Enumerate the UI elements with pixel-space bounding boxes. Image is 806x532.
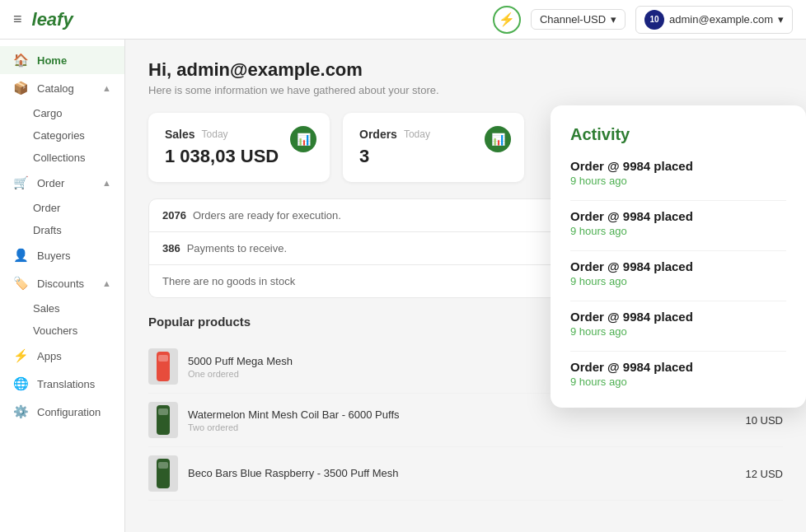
product-price: 12 USD (745, 468, 783, 480)
activity-order-4: Order @ 9984 placed (570, 360, 786, 374)
sidebar-item-apps[interactable]: ⚡ Apps (0, 342, 124, 370)
product-info: Beco Bars Blue Raspberry - 3500 Puff Mes… (188, 467, 735, 481)
topnav-right: ⚡ Channel-USD ▾ 10 admin@example.com ▾ (493, 6, 793, 34)
activity-title: Activity (570, 125, 786, 144)
channel-label: Channel-USD (540, 13, 606, 26)
activity-order-0: Order @ 9984 placed (570, 159, 786, 173)
product-thumbnail (148, 455, 178, 492)
product-thumbnail (148, 402, 178, 438)
chart-bar-icon: 📊 (297, 133, 311, 146)
sales-value: 1 038,03 USD (165, 146, 313, 167)
sidebar-item-vouchers[interactable]: Vouchers (33, 320, 124, 342)
alert-text-payments: Payments to receive. (187, 242, 287, 254)
sidebar-sub-order: Order Drafts (0, 197, 124, 241)
sidebar-item-home[interactable]: 🏠 Home (0, 46, 124, 74)
divider (570, 250, 786, 251)
activity-time-0: 9 hours ago (570, 175, 786, 187)
product-thumbnail (148, 348, 178, 385)
activity-order-2: Order @ 9984 placed (570, 259, 786, 273)
orders-stat-card: Orders Today 📊 3 (343, 113, 524, 182)
activity-order-1: Order @ 9984 placed (570, 209, 786, 223)
sidebar-item-categories[interactable]: Categories (33, 124, 124, 147)
channel-chevron-icon: ▾ (611, 13, 616, 26)
sidebar-label-categories: Categories (33, 129, 85, 142)
sidebar-item-discounts[interactable]: 🏷️ Discounts ▲ (0, 269, 124, 297)
admin-email: admin@example.com (669, 13, 773, 26)
logo: leafy (32, 9, 73, 30)
sidebar-label-sales: Sales (33, 302, 60, 315)
orders-chart-button[interactable]: 📊 (485, 126, 511, 152)
orders-period: Today (404, 128, 430, 140)
discounts-icon: 🏷️ (13, 276, 29, 291)
sidebar-item-collections[interactable]: Collections (33, 147, 124, 169)
sidebar-item-order-sub[interactable]: Order (33, 197, 124, 219)
sidebar: 🏠 Home 📦 Catalog ▲ Cargo Categories Coll… (0, 40, 125, 532)
chart-bar-icon-orders: 📊 (491, 133, 505, 146)
page-subtitle: Here is some information we have gathere… (148, 84, 783, 96)
sidebar-label-collections: Collections (33, 152, 86, 164)
alert-text-orders: Orders are ready for execution. (193, 209, 341, 222)
sidebar-item-cargo[interactable]: Cargo (33, 102, 124, 124)
activity-time-2: 9 hours ago (570, 275, 786, 287)
sidebar-label-configuration: Configuration (37, 406, 101, 418)
sidebar-label-catalog: Catalog (37, 82, 74, 95)
sidebar-label-order-sub: Order (33, 202, 60, 214)
activity-time-1: 9 hours ago (570, 225, 786, 237)
orders-value: 3 (359, 146, 508, 167)
sidebar-label-cargo: Cargo (33, 107, 62, 119)
configuration-icon: ⚙️ (13, 404, 29, 419)
sales-label: Sales (165, 128, 195, 141)
sidebar-item-configuration[interactable]: ⚙️ Configuration (0, 398, 124, 426)
bolt-button[interactable]: ⚡ (493, 6, 521, 34)
apps-icon: ⚡ (13, 348, 29, 363)
sidebar-label-home: Home (37, 54, 67, 67)
svg-rect-1 (158, 355, 168, 362)
admin-selector[interactable]: 10 admin@example.com ▾ (635, 6, 793, 34)
orders-label: Orders (359, 128, 397, 141)
activity-time-4: 9 hours ago (570, 376, 786, 388)
list-item: Order @ 9984 placed 9 hours ago (570, 159, 786, 187)
alert-text-stock: There are no goods in stock (162, 275, 295, 287)
sidebar-item-sales[interactable]: Sales (33, 297, 124, 320)
svg-rect-5 (158, 462, 168, 469)
sales-period: Today (202, 128, 228, 140)
chevron-down-icon-discounts: ▲ (102, 278, 111, 288)
sidebar-item-drafts[interactable]: Drafts (33, 219, 124, 241)
table-row: Beco Bars Blue Raspberry - 3500 Puff Mes… (148, 447, 783, 501)
divider (570, 301, 786, 301)
product-name: Beco Bars Blue Raspberry - 3500 Puff Mes… (188, 467, 735, 479)
activity-order-3: Order @ 9984 placed (570, 310, 786, 324)
list-item: Order @ 9984 placed 9 hours ago (570, 310, 786, 338)
channel-selector[interactable]: Channel-USD ▾ (531, 9, 626, 30)
top-navigation: ≡ leafy ⚡ Channel-USD ▾ 10 admin@example… (0, 0, 806, 40)
order-icon: 🛒 (13, 175, 29, 190)
alert-count-orders: 2076 (162, 209, 186, 222)
list-item: Order @ 9984 placed 9 hours ago (570, 259, 786, 287)
divider (570, 351, 786, 352)
list-item: Order @ 9984 placed 9 hours ago (570, 360, 786, 388)
sidebar-item-buyers[interactable]: 👤 Buyers (0, 241, 124, 269)
svg-rect-3 (158, 408, 168, 415)
sales-chart-button[interactable]: 📊 (290, 126, 316, 152)
product-info: Watermelon Mint Mesh Coil Bar - 6000 Puf… (188, 408, 735, 432)
translations-icon: 🌐 (13, 376, 29, 391)
sidebar-item-translations[interactable]: 🌐 Translations (0, 370, 124, 398)
product-meta: Two ordered (188, 422, 735, 432)
catalog-icon: 📦 (13, 81, 29, 96)
menu-icon[interactable]: ≡ (13, 11, 22, 28)
list-item: Order @ 9984 placed 9 hours ago (570, 209, 786, 237)
sidebar-label-translations: Translations (37, 378, 95, 390)
sidebar-label-drafts: Drafts (33, 224, 62, 236)
product-name: Watermelon Mint Mesh Coil Bar - 6000 Puf… (188, 408, 735, 421)
sidebar-sub-discounts: Sales Vouchers (0, 297, 124, 342)
sidebar-label-discounts: Discounts (37, 278, 84, 290)
sidebar-item-catalog[interactable]: 📦 Catalog ▲ (0, 74, 124, 102)
page-title: Hi, admin@example.com (148, 59, 783, 81)
sidebar-sub-catalog: Cargo Categories Collections (0, 102, 124, 169)
sidebar-item-order[interactable]: 🛒 Order ▲ (0, 169, 124, 197)
sales-stat-card: Sales Today 📊 1 038,03 USD (148, 113, 330, 182)
home-icon: 🏠 (13, 53, 29, 68)
admin-chevron-icon: ▾ (778, 13, 784, 26)
activity-panel: Activity Order @ 9984 placed 9 hours ago… (551, 105, 806, 408)
product-price: 10 USD (745, 414, 783, 427)
